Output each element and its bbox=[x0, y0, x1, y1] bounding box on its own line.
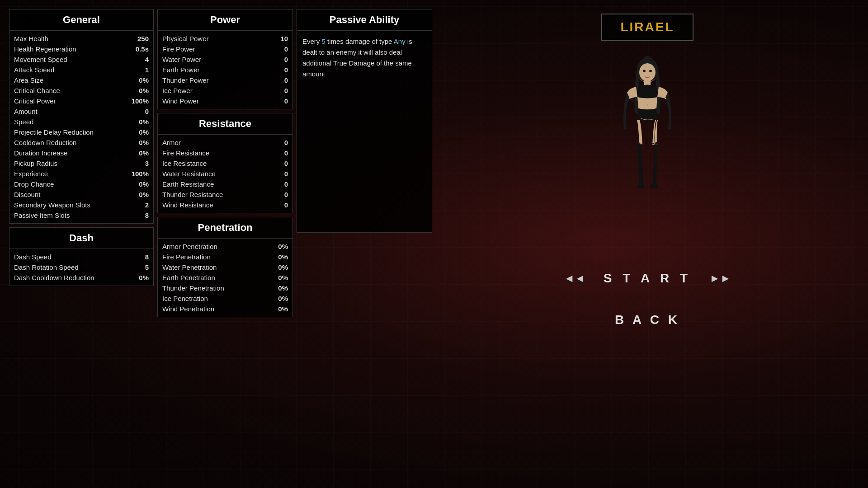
stat-label: Discount bbox=[14, 191, 40, 198]
stat-value: 8 bbox=[145, 253, 149, 261]
stat-value: 1 bbox=[145, 66, 149, 74]
table-row: Wind Penetration0% bbox=[162, 304, 288, 314]
table-row: Water Resistance0 bbox=[162, 169, 288, 179]
resistance-header: Resistance bbox=[158, 113, 292, 135]
table-row: Area Size0% bbox=[14, 75, 149, 85]
stat-label: Water Penetration bbox=[162, 263, 217, 271]
stat-value: 0% bbox=[278, 263, 288, 271]
table-row: Dash Speed8 bbox=[14, 252, 149, 262]
svg-point-7 bbox=[637, 184, 645, 188]
penetration-header: Penetration bbox=[158, 217, 292, 239]
table-row: Pickup Radius3 bbox=[14, 158, 149, 169]
next-arrow[interactable]: ►► bbox=[709, 272, 731, 285]
stat-label: Dash Speed bbox=[14, 253, 52, 261]
dash-stats-body: Dash Speed8Dash Rotation Speed5Dash Cool… bbox=[9, 249, 153, 286]
stat-label: Max Health bbox=[14, 35, 48, 42]
stat-value: 250 bbox=[137, 35, 149, 42]
stat-label: Secondary Weapon Slots bbox=[14, 201, 90, 209]
passive-text-prefix: Every bbox=[302, 38, 322, 45]
table-row: Ice Resistance0 bbox=[162, 158, 288, 169]
general-panel: General Max Health250Health Regeneration… bbox=[9, 9, 154, 224]
stat-label: Fire Power bbox=[162, 45, 195, 53]
stat-value: 0 bbox=[284, 56, 288, 63]
table-row: Experience100% bbox=[14, 169, 149, 179]
stat-value: 0% bbox=[278, 305, 288, 313]
stat-label: Thunder Power bbox=[162, 76, 209, 84]
stat-label: Earth Penetration bbox=[162, 274, 215, 282]
table-row: Water Penetration0% bbox=[162, 262, 288, 272]
stat-label: Fire Resistance bbox=[162, 149, 209, 157]
table-row: Critical Chance0% bbox=[14, 85, 149, 96]
power-panel: Power Physical Power10Fire Power0Water P… bbox=[157, 9, 293, 109]
stat-value: 0 bbox=[284, 76, 288, 84]
stat-label: Wind Resistance bbox=[162, 201, 213, 209]
stat-label: Amount bbox=[14, 108, 38, 115]
table-row: Armor Penetration0% bbox=[162, 241, 288, 252]
character-display bbox=[571, 50, 724, 267]
stat-value: 0 bbox=[284, 170, 288, 178]
stat-value: 0 bbox=[284, 45, 288, 53]
penetration-panel: Penetration Armor Penetration0%Fire Pene… bbox=[157, 217, 293, 317]
stat-label: Earth Power bbox=[162, 66, 200, 74]
table-row: Max Health250 bbox=[14, 33, 149, 44]
table-row: Attack Speed1 bbox=[14, 65, 149, 75]
stat-label: Wind Power bbox=[162, 97, 199, 105]
general-header: General bbox=[9, 9, 153, 31]
stat-value: 0 bbox=[284, 87, 288, 94]
stat-label: Pickup Radius bbox=[14, 160, 57, 167]
stat-value: 0% bbox=[139, 118, 149, 126]
stat-value: 0% bbox=[139, 87, 149, 94]
stat-value: 0% bbox=[139, 191, 149, 198]
stat-value: 0 bbox=[284, 139, 288, 146]
stat-label: Armor bbox=[162, 139, 181, 146]
back-button[interactable]: B A C K bbox=[615, 313, 680, 332]
stat-value: 0% bbox=[278, 243, 288, 250]
character-panel: LIRAEL bbox=[436, 9, 859, 479]
prev-arrow[interactable]: ◄◄ bbox=[564, 272, 585, 285]
stat-label: Drop Chance bbox=[14, 180, 54, 188]
start-button[interactable]: S T A R T bbox=[604, 271, 691, 286]
table-row: Physical Power10 bbox=[162, 33, 288, 44]
svg-point-2 bbox=[639, 63, 656, 81]
general-stats-body: Max Health250Health Regeneration0.5sMove… bbox=[9, 31, 153, 223]
table-row: Secondary Weapon Slots2 bbox=[14, 200, 149, 210]
penetration-stats-body: Armor Penetration0%Fire Penetration0%Wat… bbox=[158, 239, 292, 317]
stat-value: 0% bbox=[139, 139, 149, 146]
character-name: LIRAEL bbox=[620, 20, 674, 34]
table-row: Water Power0 bbox=[162, 54, 288, 65]
dash-header: Dash bbox=[9, 228, 153, 249]
svg-point-4 bbox=[649, 70, 652, 72]
table-row: Duration Increase0% bbox=[14, 148, 149, 158]
stat-value: 0% bbox=[278, 284, 288, 292]
table-row: Thunder Power0 bbox=[162, 75, 288, 85]
passive-panel: Passive Ability Every 5 times damage of … bbox=[297, 9, 432, 233]
svg-point-8 bbox=[650, 184, 658, 188]
table-row: Speed0% bbox=[14, 117, 149, 127]
stat-label: Health Regeneration bbox=[14, 45, 76, 53]
stat-value: 0% bbox=[278, 253, 288, 261]
resistance-stats-body: Armor0Fire Resistance0Ice Resistance0Wat… bbox=[158, 135, 292, 213]
passive-text: Every 5 times damage of type Any is deal… bbox=[297, 31, 432, 85]
character-svg bbox=[584, 54, 711, 262]
navigation-row: ◄◄ S T A R T ►► bbox=[564, 271, 731, 299]
stat-label: Ice Resistance bbox=[162, 160, 207, 167]
power-stats-body: Physical Power10Fire Power0Water Power0E… bbox=[158, 31, 292, 109]
table-row: Amount0 bbox=[14, 106, 149, 117]
table-row: Dash Rotation Speed5 bbox=[14, 262, 149, 272]
stat-label: Water Resistance bbox=[162, 170, 216, 178]
passive-highlight-any: Any bbox=[394, 38, 406, 45]
stat-label: Earth Resistance bbox=[162, 180, 214, 188]
table-row: Critical Power100% bbox=[14, 96, 149, 106]
stat-value: 0 bbox=[284, 180, 288, 188]
stat-label: Physical Power bbox=[162, 35, 209, 42]
table-row: Armor0 bbox=[162, 137, 288, 148]
stat-label: Speed bbox=[14, 118, 33, 126]
stat-value: 0% bbox=[139, 274, 149, 282]
stat-value: 4 bbox=[145, 56, 149, 63]
table-row: Fire Penetration0% bbox=[162, 252, 288, 262]
stat-value: 100% bbox=[132, 97, 149, 105]
stat-value: 0% bbox=[139, 128, 149, 136]
stat-label: Dash Cooldown Reduction bbox=[14, 274, 94, 282]
stat-value: 0 bbox=[284, 66, 288, 74]
stat-label: Attack Speed bbox=[14, 66, 54, 74]
